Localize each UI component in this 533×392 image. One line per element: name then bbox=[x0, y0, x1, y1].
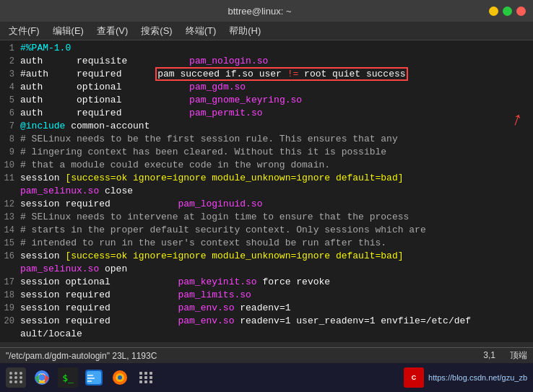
apps-grid-icon[interactable] bbox=[6, 367, 26, 388]
window-title: bttree@linux: ~ bbox=[30, 6, 489, 17]
chrome-icon[interactable] bbox=[32, 367, 52, 388]
line-17: 17 session optional pam_keyinit.so force… bbox=[0, 276, 533, 289]
line-10: 10 # that a module could execute code in… bbox=[0, 159, 533, 172]
line-13: 13 # SELinux needs to intervene at login… bbox=[0, 211, 533, 224]
line-9: 9 # lingering context has been cleared. … bbox=[0, 146, 533, 159]
line-11: 11 session [success=ok ignore=ignore mod… bbox=[0, 172, 533, 198]
line-18: 18 session required pam_limits.so bbox=[0, 289, 533, 302]
taskbar-right: C https://blog.csdn.net/gzu_zb bbox=[404, 367, 527, 388]
taskbar: $_ bbox=[0, 363, 533, 392]
menu-bar: 文件(F) 编辑(E) 查看(V) 搜索(S) 终端(T) 帮助(H) bbox=[0, 22, 533, 40]
close-button[interactable] bbox=[516, 6, 526, 16]
line-container: 1 #%PAM-1.0 2 auth requisite pam_nologin… bbox=[0, 40, 533, 342]
line-3: 3 #auth required pam succeed if.so user … bbox=[0, 68, 533, 81]
svg-rect-7 bbox=[87, 380, 92, 382]
line-15: 15 # intended to run in the user's conte… bbox=[0, 237, 533, 250]
menu-view[interactable]: 查看(V) bbox=[91, 23, 134, 39]
title-bar: bttree@linux: ~ bbox=[0, 0, 533, 22]
menu-terminal[interactable]: 终端(T) bbox=[180, 23, 222, 39]
taskbar-url[interactable]: https://blog.csdn.net/gzu_zb bbox=[428, 373, 527, 382]
line-7: 7 @include common-account bbox=[0, 120, 533, 133]
minimize-button[interactable] bbox=[489, 6, 498, 16]
status-file: "/etc/pam.d/gdm-autologin" 23L, 1193C bbox=[6, 351, 157, 361]
menu-file[interactable]: 文件(F) bbox=[3, 23, 46, 39]
status-position: 3,1 顶端 bbox=[483, 349, 527, 362]
line-8: 8 # SELinux needs to be the first sessio… bbox=[0, 133, 533, 146]
line-1: 1 #%PAM-1.0 bbox=[0, 42, 533, 55]
menu-search[interactable]: 搜索(S) bbox=[135, 23, 178, 39]
svg-point-2 bbox=[39, 375, 45, 380]
finder-icon[interactable] bbox=[84, 367, 104, 388]
status-bar: "/etc/pam.d/gdm-autologin" 23L, 1193C 3,… bbox=[0, 347, 533, 363]
window-controls bbox=[489, 6, 526, 16]
maximize-button[interactable] bbox=[503, 6, 512, 16]
more-apps-icon[interactable] bbox=[136, 367, 156, 388]
line-6: 6 auth required pam_permit.so bbox=[0, 107, 533, 120]
menu-help[interactable]: 帮助(H) bbox=[223, 23, 266, 39]
editor[interactable]: 1 #%PAM-1.0 2 auth requisite pam_nologin… bbox=[0, 40, 533, 342]
line-5: 5 auth optional pam_gnome_keyring.so bbox=[0, 94, 533, 107]
line-12: 12 session required pam_loginuid.so bbox=[0, 198, 533, 211]
line-16: 16 session [success=ok ignore=ignore mod… bbox=[0, 250, 533, 276]
firefox-icon[interactable] bbox=[110, 367, 130, 388]
svg-point-10 bbox=[118, 375, 122, 380]
line-20: 20 session required pam_env.so readenv=1… bbox=[0, 315, 533, 341]
editor-wrapper: 1 #%PAM-1.0 2 auth requisite pam_nologin… bbox=[0, 40, 533, 347]
line-4: 4 auth optional pam_gdm.so bbox=[0, 81, 533, 94]
svg-rect-6 bbox=[87, 378, 95, 379]
terminal-icon[interactable]: $_ bbox=[58, 367, 78, 388]
svg-rect-5 bbox=[87, 375, 93, 376]
line-2: 2 auth requisite pam_nologin.so bbox=[0, 55, 533, 68]
csdn-icon[interactable]: C bbox=[404, 367, 424, 388]
line-19: 19 session required pam_env.so readenv=1 bbox=[0, 302, 533, 315]
line-14: 14 # starts in the proper default securi… bbox=[0, 224, 533, 237]
menu-edit[interactable]: 编辑(E) bbox=[47, 23, 90, 39]
taskbar-left: $_ bbox=[6, 367, 156, 388]
